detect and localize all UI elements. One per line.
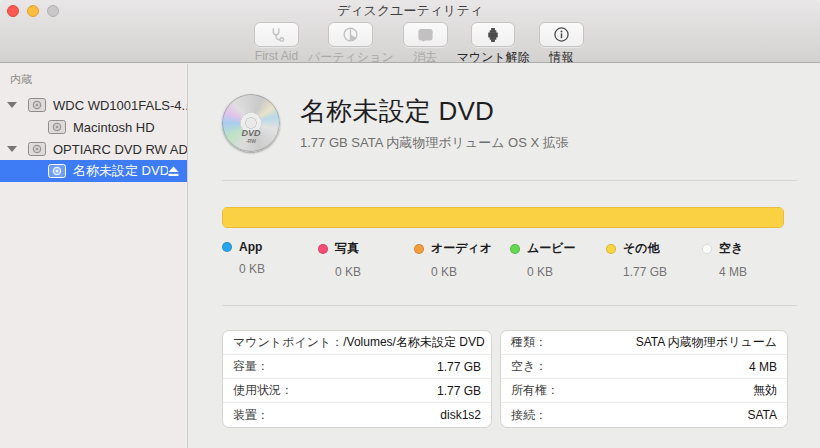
info-table-right: 種類： SATA 内蔵物理ボリューム 空き： 4 MB 所有権： 無効 接続： … [500,330,788,428]
legend-value: 1.77 GB [606,265,702,279]
drive-icon [48,120,66,134]
legend-label: その他 [623,240,660,257]
legend-label: オーディオ [431,240,492,257]
partition-button [328,22,373,47]
legend-divider [222,305,797,306]
legend-dot-photos [318,244,328,254]
legend-value: 0 KB [510,265,606,279]
sidebar-item-label: OPTIARC DVD RW AD... [53,142,187,157]
info-value: 1.77 GB [437,360,481,374]
sidebar-item-label: 名称未設定 DVD [73,162,168,180]
legend-value: 0 KB [318,265,414,279]
legend-value: 0 KB [222,262,318,276]
legend-item-app: App 0 KB [222,240,318,279]
toolbar: First Aid パーティション 消去 [254,22,584,66]
sidebar-item-label: Macintosh HD [73,120,155,135]
main-pane: DVD -RW 名称未設定 DVD 1.77 GB SATA 内蔵物理ボリューム… [189,64,820,448]
drive-icon [28,98,46,112]
info-value: SATA [747,408,777,422]
info-tables: マウントポイント： /Volumes/名称未設定 DVD 容量： 1.77 GB… [222,330,797,428]
info-row-free: 空き： 4 MB [501,355,787,379]
info-label: 装置： [233,407,269,424]
toolbar-item-first-aid: First Aid [254,22,299,63]
unmount-icon [485,27,501,43]
volume-subtitle: 1.77 GB SATA 内蔵物理ボリューム OS X 拡張 [300,134,569,152]
sidebar-item-untitled-dvd[interactable]: 名称未設定 DVD [0,160,187,182]
legend-item-free: 空き 4 MB [702,240,798,279]
legend-dot-app [222,242,232,252]
first-aid-icon [268,26,285,43]
legend-item-other: その他 1.77 GB [606,240,702,279]
unmount-button[interactable] [471,22,515,47]
erase-button [403,22,448,47]
info-table-left: マウントポイント： /Volumes/名称未設定 DVD 容量： 1.77 GB… [222,330,492,428]
drive-icon [28,142,46,156]
info-label: マウントポイント： [233,334,343,351]
toolbar-item-info: 情報 [539,22,584,66]
header-divider [222,180,797,181]
legend-dot-movies [510,244,520,254]
info-value: disk1s2 [440,408,481,422]
info-label: 接続： [511,407,547,424]
first-aid-label: First Aid [255,49,298,63]
info-label: 種類： [511,334,547,351]
legend-item-movies: ムービー 0 KB [510,240,606,279]
legend-item-audio: オーディオ 0 KB [414,240,510,279]
info-row-capacity: 容量： 1.77 GB [223,355,491,379]
legend-dot-other [606,244,616,254]
legend-label: App [239,240,262,254]
sidebar-section-internal: 内蔵 [0,64,187,94]
volume-title-block: 名称未設定 DVD 1.77 GB SATA 内蔵物理ボリューム OS X 拡張 [300,94,569,152]
sidebar-item-macintosh-hd[interactable]: Macintosh HD [0,116,187,138]
info-value: 無効 [753,382,777,399]
dvd-disc-icon: DVD -RW [222,94,280,152]
volume-title: 名称未設定 DVD [300,94,569,129]
window-title: ディスクユーティリティ [0,0,820,22]
disclosure-triangle-icon[interactable] [7,146,17,152]
sidebar-item-optiarc-drive[interactable]: OPTIARC DVD RW AD... [0,138,187,160]
info-value: SATA 内蔵物理ボリューム [636,334,777,351]
eject-icon[interactable] [168,166,179,177]
dvd-logo-text: DVD -RW [222,129,280,145]
partition-icon [342,26,359,43]
sidebar: 内蔵 WDC WD1001FALS-4... Macintosh HD OPTI… [0,64,188,448]
disclosure-triangle-icon[interactable] [7,102,17,108]
legend-label: ムービー [527,240,576,257]
toolbar-item-partition: パーティション [308,22,394,66]
info-row-type: 種類： SATA 内蔵物理ボリューム [501,331,787,355]
legend-value: 0 KB [414,265,510,279]
drive-icon [48,164,66,178]
legend-value: 4 MB [702,265,798,279]
info-row-connection: 接続： SATA [501,403,787,427]
info-value: /Volumes/名称未設定 DVD [343,334,484,351]
info-button[interactable] [539,22,584,47]
info-row-used: 使用状況： 1.77 GB [223,379,491,403]
sidebar-item-label: WDC WD1001FALS-4... [53,98,187,113]
first-aid-button [254,22,299,47]
legend-item-photos: 写真 0 KB [318,240,414,279]
toolbar-item-unmount: マウント解除 [457,22,530,66]
info-label: 空き： [511,358,547,375]
info-value: 4 MB [749,360,777,374]
usage-bar-segment-other [223,208,783,227]
sidebar-item-wdc-disk[interactable]: WDC WD1001FALS-4... [0,94,187,116]
volume-header: DVD -RW 名称未設定 DVD 1.77 GB SATA 内蔵物理ボリューム… [222,94,797,152]
erase-icon [417,26,434,43]
info-label: 所有権： [511,382,559,399]
usage-bar [222,207,784,228]
info-label: 使用状況： [233,382,293,399]
legend-dot-audio [414,244,424,254]
info-row-device: 装置： disk1s2 [223,403,491,427]
info-label: 容量： [233,358,269,375]
legend-label: 写真 [335,240,359,257]
legend-label: 空き [719,240,743,257]
info-value: 1.77 GB [437,384,481,398]
info-row-mount-point: マウントポイント： /Volumes/名称未設定 DVD [223,331,491,355]
usage-legend: App 0 KB 写真 0 KB オーディオ 0 KB ムービー 0 KB その… [222,240,797,279]
info-row-ownership: 所有権： 無効 [501,379,787,403]
legend-dot-free [702,244,712,254]
toolbar-item-erase: 消去 [403,22,448,66]
info-icon [553,26,570,43]
title-bar: ディスクユーティリティ First Aid パーティション [0,0,820,63]
